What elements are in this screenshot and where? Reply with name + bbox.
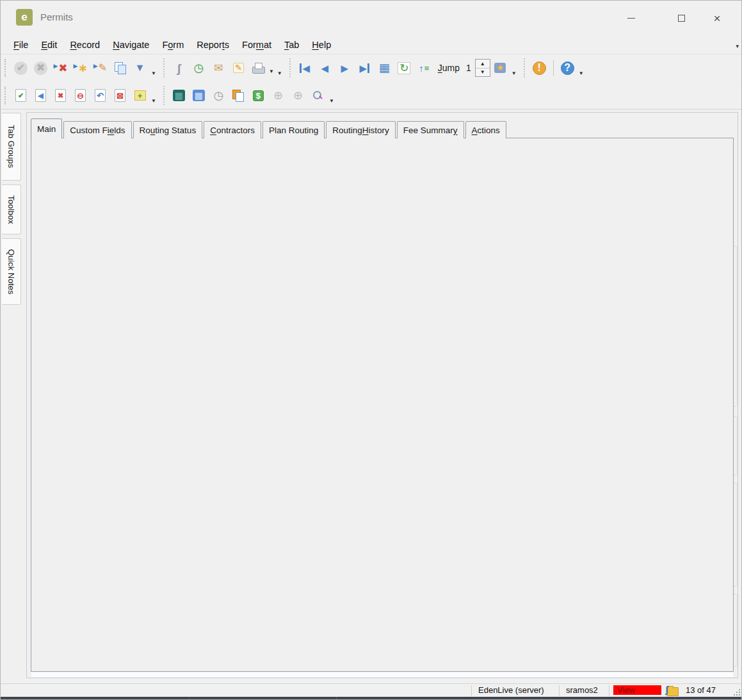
side-tab-tab-groups[interactable]: Tab Groups	[2, 113, 21, 181]
side-tab-label: Toolbox	[6, 195, 16, 224]
cash-receipt-icon[interactable]: $	[248, 86, 268, 106]
globe-1-icon[interactable]: ⊕	[268, 86, 288, 106]
permits-window: e Permits × File Edit Record Navigate Fo…	[0, 0, 742, 700]
group-overflow-icon[interactable]: ▼	[579, 70, 584, 76]
next-record-icon[interactable]: ▶	[335, 58, 355, 78]
calculator-icon[interactable]: ▦	[189, 86, 209, 106]
last-record-icon[interactable]: ▶	[355, 58, 375, 78]
doc-undo-icon[interactable]: ↶	[90, 86, 110, 106]
tab-plan-routing[interactable]: Plan Routing	[262, 121, 325, 138]
tab-custom-fields[interactable]: Custom Fields	[63, 121, 131, 138]
side-tab-toolbox[interactable]: Toolbox	[2, 184, 21, 234]
jump-label: Jump	[438, 63, 460, 73]
titlebar: e Permits ×	[1, 1, 741, 35]
edit-note-icon[interactable]: ✎	[229, 58, 248, 78]
minimize-button[interactable]	[617, 8, 646, 28]
toolbar-separator	[553, 60, 554, 76]
side-tab-label: Quick Notes	[6, 249, 16, 295]
menubar-overflow-icon[interactable]: ▾	[736, 43, 739, 49]
cancel-icon[interactable]: ✖	[31, 58, 51, 78]
window-title: Permits	[40, 12, 73, 22]
statusbar-separator	[609, 685, 609, 696]
menu-edit[interactable]: Edit	[35, 38, 63, 52]
tab-routing-history[interactable]: Routing History	[326, 121, 396, 138]
doc-stop-icon[interactable]: ⊖	[70, 86, 90, 106]
search-special-icon[interactable]	[308, 86, 328, 106]
menu-record[interactable]: Record	[63, 38, 106, 52]
tab-contractors[interactable]: Contractors	[204, 121, 261, 138]
sort-icon[interactable]: ↑	[414, 58, 434, 78]
wizard-icon[interactable]: ★	[490, 58, 510, 78]
print-dropdown-icon[interactable]: ▼	[269, 69, 274, 74]
menu-tab[interactable]: Tab	[278, 38, 305, 52]
tab-page-main	[31, 138, 734, 672]
time-icon[interactable]: ◷	[209, 86, 229, 106]
history-icon[interactable]: ◷	[189, 58, 209, 78]
browse-grid-icon[interactable]: ▦	[375, 58, 394, 78]
doc-reject-icon[interactable]: ✖	[51, 86, 70, 106]
resize-grip[interactable]	[732, 688, 740, 696]
refresh-icon[interactable]: ↻	[394, 58, 414, 78]
taskbar-edge	[1, 697, 741, 700]
toolbar-separator	[524, 58, 525, 77]
group-overflow-icon[interactable]: ▼	[151, 70, 156, 76]
side-tab-quick-notes[interactable]: Quick Notes	[2, 238, 21, 305]
toolbar-separator	[163, 86, 165, 105]
toolbar-grip[interactable]	[4, 59, 8, 77]
send-email-icon[interactable]: ✉	[209, 58, 229, 78]
jump-spinner[interactable]: ▲▼	[475, 59, 490, 77]
tab-main[interactable]: Main	[31, 118, 62, 138]
group-overflow-icon[interactable]: ▼	[329, 98, 334, 104]
spinner-down-icon[interactable]: ▼	[476, 69, 490, 77]
statusbar-server: EdenLive (server)	[478, 685, 544, 695]
minimize-icon	[627, 18, 635, 19]
map-icon[interactable]: ▦	[169, 86, 189, 106]
menu-reports[interactable]: Reports	[190, 38, 236, 52]
jump-value[interactable]: 1	[466, 63, 471, 73]
attachments-icon[interactable]: ʃ	[169, 58, 189, 78]
tab-actions[interactable]: Actions	[465, 121, 506, 138]
help-icon[interactable]: ?	[558, 58, 577, 78]
statusbar-record-position: 13 of 47	[686, 685, 716, 695]
accept-icon[interactable]: ✔	[11, 58, 31, 78]
add-note-icon[interactable]: +	[130, 86, 150, 106]
maximize-button[interactable]	[666, 8, 696, 28]
side-tab-label: Tab Groups	[6, 125, 16, 168]
menu-help[interactable]: Help	[305, 38, 337, 52]
toolbar-grip[interactable]	[4, 86, 8, 104]
menu-file[interactable]: File	[7, 38, 35, 52]
group-overflow-icon[interactable]: ▼	[277, 70, 282, 76]
copy-doc-icon[interactable]	[229, 86, 248, 106]
app-icon: e	[16, 9, 33, 26]
group-overflow-icon[interactable]: ▼	[151, 98, 156, 104]
menu-navigate[interactable]: Navigate	[106, 38, 156, 52]
spinner-up-icon[interactable]: ▲	[476, 60, 490, 69]
edit-record-icon[interactable]: ✎	[90, 58, 110, 78]
toolbar-separator	[289, 58, 291, 77]
globe-2-icon[interactable]: ⊕	[288, 86, 308, 106]
delete-record-icon[interactable]: ✖	[51, 58, 70, 78]
group-overflow-icon[interactable]: ▼	[512, 70, 517, 76]
toolbar-secondary: ✔ ◀ ✖ ⊖ ↶ ⊠ + ▼ ▦ ▦ ◷ $ ⊕ ⊕ ▼	[1, 82, 741, 110]
menu-format[interactable]: Format	[236, 38, 278, 52]
print-icon[interactable]	[248, 58, 268, 78]
toolbar-separator	[163, 58, 165, 77]
tab-routing-status[interactable]: Routing Status	[133, 121, 203, 138]
doc-approve-icon[interactable]: ✔	[11, 86, 31, 106]
statusbar-separator	[559, 685, 560, 696]
doc-delete-icon[interactable]: ⊠	[110, 86, 130, 106]
previous-record-icon[interactable]: ◀	[315, 58, 335, 78]
tab-fee-summary[interactable]: Fee Summary	[397, 121, 464, 138]
alert-icon[interactable]: !	[529, 58, 549, 78]
doc-return-icon[interactable]: ◀	[31, 86, 51, 106]
filter-icon[interactable]: ▼	[130, 58, 150, 78]
menu-form[interactable]: Form	[156, 38, 190, 52]
add-record-icon[interactable]: ∗	[70, 58, 90, 78]
close-icon: ×	[713, 12, 720, 24]
statusbar-user: sramos2	[566, 685, 598, 695]
copy-record-icon[interactable]	[110, 58, 130, 78]
close-button[interactable]: ×	[702, 8, 732, 28]
attachment-folder-icon[interactable]	[666, 687, 679, 696]
first-record-icon[interactable]: ◀	[295, 58, 315, 78]
tabstrip: Main Custom Fields Routing Status Contra…	[31, 118, 508, 138]
